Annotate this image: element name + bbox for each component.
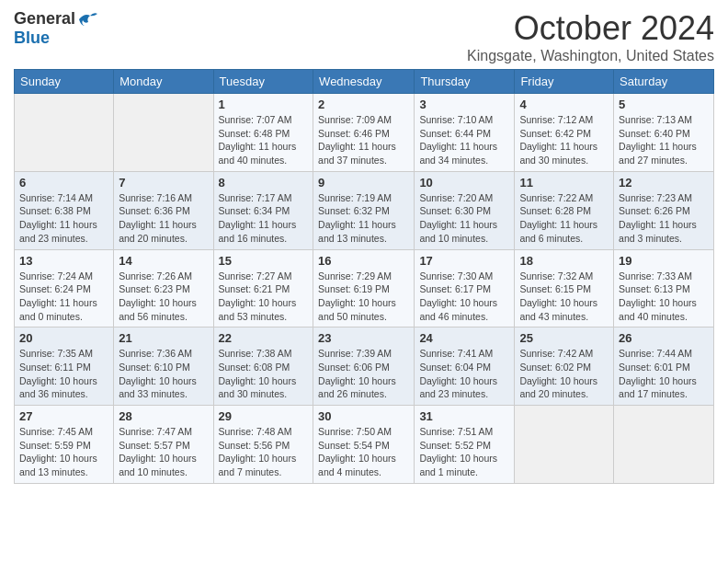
day-cell: 19Sunrise: 7:33 AM Sunset: 6:13 PM Dayli…: [614, 249, 714, 327]
header-sunday: Sunday: [15, 70, 114, 94]
day-cell: 14Sunrise: 7:26 AM Sunset: 6:23 PM Dayli…: [114, 249, 213, 327]
day-number: 6: [19, 176, 108, 190]
day-cell: 12Sunrise: 7:23 AM Sunset: 6:26 PM Dayli…: [614, 171, 714, 249]
day-number: 16: [318, 254, 409, 268]
day-cell: 4Sunrise: 7:12 AM Sunset: 6:42 PM Daylig…: [515, 94, 614, 172]
day-cell: 28Sunrise: 7:47 AM Sunset: 5:57 PM Dayli…: [114, 406, 213, 484]
day-number: 1: [219, 98, 309, 111]
day-number: 23: [318, 331, 409, 345]
day-cell: 30Sunrise: 7:50 AM Sunset: 5:54 PM Dayli…: [313, 406, 415, 484]
day-info: Sunrise: 7:17 AM Sunset: 6:34 PM Dayligh…: [219, 191, 309, 246]
header-tuesday: Tuesday: [213, 70, 313, 94]
day-cell: 13Sunrise: 7:24 AM Sunset: 6:24 PM Dayli…: [15, 249, 114, 327]
location-title: Kingsgate, Washington, United States: [467, 48, 714, 64]
day-number: 13: [19, 254, 108, 268]
day-info: Sunrise: 7:19 AM Sunset: 6:32 PM Dayligh…: [318, 191, 409, 246]
day-number: 12: [619, 176, 709, 190]
day-number: 15: [219, 254, 309, 268]
day-cell: 25Sunrise: 7:42 AM Sunset: 6:02 PM Dayli…: [515, 327, 614, 406]
day-number: 10: [419, 176, 509, 190]
title-section: October 2024 Kingsgate, Washington, Unit…: [467, 9, 714, 64]
week-row-4: 20Sunrise: 7:35 AM Sunset: 6:11 PM Dayli…: [15, 327, 714, 406]
calendar-header: SundayMondayTuesdayWednesdayThursdayFrid…: [15, 70, 714, 94]
header-row: SundayMondayTuesdayWednesdayThursdayFrid…: [15, 70, 714, 94]
day-cell: 2Sunrise: 7:09 AM Sunset: 6:46 PM Daylig…: [313, 94, 415, 172]
week-row-1: 1Sunrise: 7:07 AM Sunset: 6:48 PM Daylig…: [15, 94, 714, 172]
day-info: Sunrise: 7:29 AM Sunset: 6:19 PM Dayligh…: [318, 270, 409, 324]
header-friday: Friday: [515, 70, 614, 94]
header-wednesday: Wednesday: [313, 70, 415, 94]
day-info: Sunrise: 7:10 AM Sunset: 6:44 PM Dayligh…: [419, 113, 509, 167]
day-number: 2: [318, 98, 409, 111]
day-number: 24: [419, 331, 509, 345]
day-info: Sunrise: 7:30 AM Sunset: 6:17 PM Dayligh…: [419, 270, 509, 324]
day-number: 11: [519, 176, 609, 190]
day-info: Sunrise: 7:26 AM Sunset: 6:23 PM Dayligh…: [119, 270, 208, 324]
day-cell: 8Sunrise: 7:17 AM Sunset: 6:34 PM Daylig…: [213, 171, 313, 249]
day-number: 29: [219, 409, 309, 423]
day-number: 18: [519, 254, 609, 268]
day-cell: 3Sunrise: 7:10 AM Sunset: 6:44 PM Daylig…: [415, 94, 515, 172]
day-info: Sunrise: 7:24 AM Sunset: 6:24 PM Dayligh…: [19, 270, 108, 324]
day-cell: 16Sunrise: 7:29 AM Sunset: 6:19 PM Dayli…: [313, 249, 415, 327]
day-info: Sunrise: 7:32 AM Sunset: 6:15 PM Dayligh…: [519, 270, 609, 324]
day-cell: 15Sunrise: 7:27 AM Sunset: 6:21 PM Dayli…: [213, 249, 313, 327]
header-saturday: Saturday: [614, 70, 714, 94]
day-cell: 7Sunrise: 7:16 AM Sunset: 6:36 PM Daylig…: [114, 171, 213, 249]
day-info: Sunrise: 7:07 AM Sunset: 6:48 PM Dayligh…: [219, 113, 309, 167]
header-thursday: Thursday: [415, 70, 515, 94]
day-number: 17: [419, 254, 509, 268]
week-row-2: 6Sunrise: 7:14 AM Sunset: 6:38 PM Daylig…: [15, 171, 714, 249]
day-number: 21: [119, 331, 208, 345]
day-cell: 31Sunrise: 7:51 AM Sunset: 5:52 PM Dayli…: [415, 406, 515, 484]
week-row-3: 13Sunrise: 7:24 AM Sunset: 6:24 PM Dayli…: [15, 249, 714, 327]
day-number: 9: [318, 176, 409, 190]
day-number: 19: [619, 254, 709, 268]
day-number: 5: [619, 98, 709, 111]
logo-general-text: General: [14, 9, 75, 29]
day-cell: 23Sunrise: 7:39 AM Sunset: 6:06 PM Dayli…: [313, 327, 415, 406]
day-cell: 1Sunrise: 7:07 AM Sunset: 6:48 PM Daylig…: [213, 94, 313, 172]
day-cell: 24Sunrise: 7:41 AM Sunset: 6:04 PM Dayli…: [415, 327, 515, 406]
day-info: Sunrise: 7:13 AM Sunset: 6:40 PM Dayligh…: [619, 113, 709, 167]
day-info: Sunrise: 7:12 AM Sunset: 6:42 PM Dayligh…: [519, 113, 609, 167]
day-cell: 29Sunrise: 7:48 AM Sunset: 5:56 PM Dayli…: [213, 406, 313, 484]
calendar-body: 1Sunrise: 7:07 AM Sunset: 6:48 PM Daylig…: [15, 94, 714, 484]
day-info: Sunrise: 7:23 AM Sunset: 6:26 PM Dayligh…: [619, 191, 709, 246]
day-cell: 9Sunrise: 7:19 AM Sunset: 6:32 PM Daylig…: [313, 171, 415, 249]
day-number: 27: [19, 409, 108, 423]
day-number: 31: [419, 409, 509, 423]
day-cell: [15, 94, 114, 172]
day-cell: 6Sunrise: 7:14 AM Sunset: 6:38 PM Daylig…: [15, 171, 114, 249]
day-info: Sunrise: 7:47 AM Sunset: 5:57 PM Dayligh…: [119, 425, 208, 479]
day-number: 30: [318, 409, 409, 423]
day-cell: [515, 406, 614, 484]
day-info: Sunrise: 7:09 AM Sunset: 6:46 PM Dayligh…: [318, 113, 409, 167]
day-cell: [114, 94, 213, 172]
day-number: 22: [219, 331, 309, 345]
logo-blue-text: Blue: [14, 29, 50, 48]
day-info: Sunrise: 7:14 AM Sunset: 6:38 PM Dayligh…: [19, 191, 108, 246]
calendar-table: SundayMondayTuesdayWednesdayThursdayFrid…: [14, 69, 714, 484]
day-cell: 17Sunrise: 7:30 AM Sunset: 6:17 PM Dayli…: [415, 249, 515, 327]
day-info: Sunrise: 7:42 AM Sunset: 6:02 PM Dayligh…: [519, 347, 609, 401]
day-info: Sunrise: 7:33 AM Sunset: 6:13 PM Dayligh…: [619, 270, 709, 324]
day-cell: 18Sunrise: 7:32 AM Sunset: 6:15 PM Dayli…: [515, 249, 614, 327]
week-row-5: 27Sunrise: 7:45 AM Sunset: 5:59 PM Dayli…: [15, 406, 714, 484]
day-info: Sunrise: 7:48 AM Sunset: 5:56 PM Dayligh…: [219, 425, 309, 479]
day-cell: 11Sunrise: 7:22 AM Sunset: 6:28 PM Dayli…: [515, 171, 614, 249]
day-info: Sunrise: 7:36 AM Sunset: 6:10 PM Dayligh…: [119, 347, 208, 401]
day-number: 4: [519, 98, 609, 111]
day-number: 28: [119, 409, 208, 423]
day-info: Sunrise: 7:22 AM Sunset: 6:28 PM Dayligh…: [519, 191, 609, 246]
day-info: Sunrise: 7:51 AM Sunset: 5:52 PM Dayligh…: [419, 425, 509, 479]
day-info: Sunrise: 7:20 AM Sunset: 6:30 PM Dayligh…: [419, 191, 509, 246]
day-info: Sunrise: 7:16 AM Sunset: 6:36 PM Dayligh…: [119, 191, 208, 246]
day-info: Sunrise: 7:39 AM Sunset: 6:06 PM Dayligh…: [318, 347, 409, 401]
logo-bird-icon: [77, 11, 97, 28]
day-cell: [614, 406, 714, 484]
day-number: 7: [119, 176, 208, 190]
day-number: 26: [619, 331, 709, 345]
day-info: Sunrise: 7:45 AM Sunset: 5:59 PM Dayligh…: [19, 425, 108, 479]
day-number: 25: [519, 331, 609, 345]
